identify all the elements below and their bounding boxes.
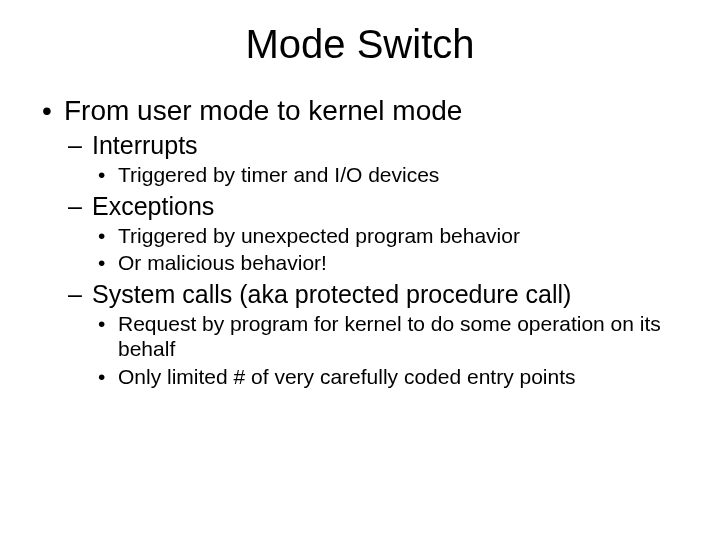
- list-item: Exceptions Triggered by unexpected progr…: [64, 192, 684, 276]
- slide-title: Mode Switch: [36, 22, 684, 67]
- bullet-text: Only limited # of very carefully coded e…: [118, 365, 576, 388]
- bullet-list-level3: Triggered by unexpected program behavior…: [92, 223, 684, 276]
- bullet-text: From user mode to kernel mode: [64, 95, 462, 126]
- list-item: Only limited # of very carefully coded e…: [92, 364, 684, 390]
- bullet-list-level2: Interrupts Triggered by timer and I/O de…: [64, 131, 684, 390]
- bullet-text: Exceptions: [92, 192, 214, 220]
- list-item: Request by program for kernel to do some…: [92, 311, 684, 362]
- bullet-list-level3: Request by program for kernel to do some…: [92, 311, 684, 390]
- bullet-text: Or malicious behavior!: [118, 251, 327, 274]
- list-item: From user mode to kernel mode Interrupts…: [36, 95, 684, 390]
- list-item: Or malicious behavior!: [92, 250, 684, 276]
- bullet-text: Triggered by timer and I/O devices: [118, 163, 439, 186]
- bullet-text: Interrupts: [92, 131, 198, 159]
- list-item: Triggered by timer and I/O devices: [92, 162, 684, 188]
- bullet-list-level1: From user mode to kernel mode Interrupts…: [36, 95, 684, 390]
- bullet-list-level3: Triggered by timer and I/O devices: [92, 162, 684, 188]
- list-item: System calls (aka protected procedure ca…: [64, 280, 684, 390]
- bullet-text: Triggered by unexpected program behavior: [118, 224, 520, 247]
- bullet-text: System calls (aka protected procedure ca…: [92, 280, 571, 308]
- list-item: Triggered by unexpected program behavior: [92, 223, 684, 249]
- bullet-text: Request by program for kernel to do some…: [118, 312, 661, 361]
- slide: Mode Switch From user mode to kernel mod…: [0, 0, 720, 540]
- list-item: Interrupts Triggered by timer and I/O de…: [64, 131, 684, 188]
